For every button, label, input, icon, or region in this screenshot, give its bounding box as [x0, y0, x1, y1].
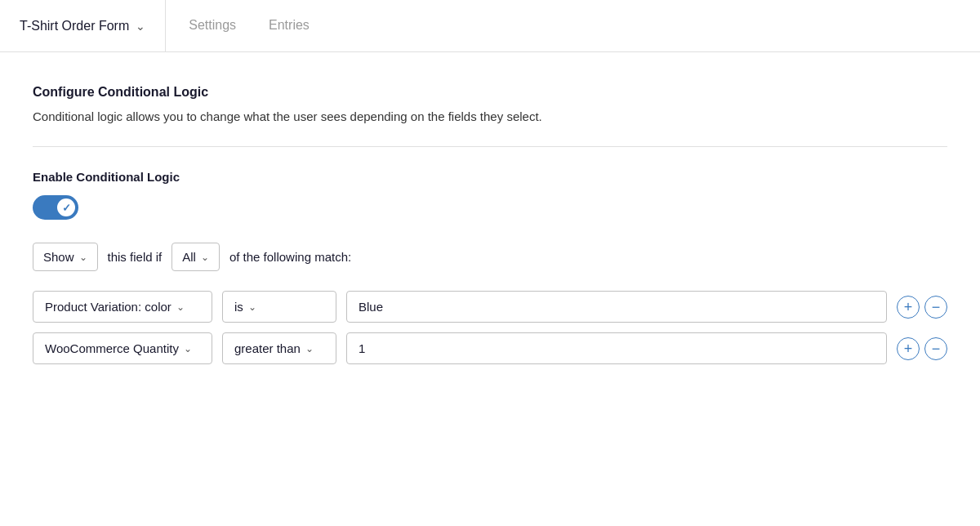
of-the-following-text: of the following match:	[229, 250, 351, 264]
header: T-Shirt Order Form ⌄ Settings Entries	[0, 0, 980, 52]
add-condition-2-button[interactable]: +	[897, 337, 920, 360]
action-selector[interactable]: Show ⌄	[33, 243, 98, 271]
tab-settings[interactable]: Settings	[185, 0, 239, 51]
condition-value-1: Blue	[346, 291, 887, 323]
add-condition-1-button[interactable]: +	[897, 296, 920, 319]
divider-1	[33, 146, 947, 147]
enable-label: Enable Conditional Logic	[33, 170, 947, 184]
condition-value-1-text: Blue	[359, 300, 383, 314]
configure-desc: Conditional logic allows you to change w…	[33, 109, 947, 123]
action-selector-label: Show	[43, 250, 74, 264]
condition-operator-2-chevron-icon: ⌄	[305, 343, 314, 354]
condition-operator-2-label: greater than	[234, 341, 301, 355]
condition-field-1-label: Product Variation: color	[45, 300, 172, 314]
condition-value-2-text: 1	[359, 341, 365, 355]
condition-actions-1: + −	[897, 296, 947, 319]
condition-operator-1-label: is	[234, 300, 243, 314]
chevron-down-icon: ⌄	[136, 20, 145, 33]
show-row: Show ⌄ this field if All ⌄ of the follow…	[33, 243, 947, 271]
enable-toggle[interactable]: ✓	[33, 195, 78, 220]
condition-row-2: WooCommerce Quantity ⌄ greater than ⌄ 1 …	[33, 332, 947, 364]
condition-field-1[interactable]: Product Variation: color ⌄	[33, 291, 212, 323]
conditions-list: Product Variation: color ⌄ is ⌄ Blue + −…	[33, 291, 947, 364]
main-content: Configure Conditional Logic Conditional …	[0, 52, 980, 397]
action-chevron-icon: ⌄	[79, 252, 87, 263]
condition-operator-1-chevron-icon: ⌄	[248, 301, 256, 313]
remove-condition-1-button[interactable]: −	[924, 296, 947, 319]
configure-title: Configure Conditional Logic	[33, 85, 947, 100]
toggle-knob: ✓	[57, 198, 75, 216]
condition-field-2-chevron-icon: ⌄	[184, 343, 192, 354]
condition-field-1-chevron-icon: ⌄	[176, 301, 185, 313]
match-selector-label: All	[182, 250, 196, 264]
remove-condition-2-button[interactable]: −	[924, 337, 947, 360]
condition-field-2-label: WooCommerce Quantity	[45, 341, 179, 355]
this-field-if-text: this field if	[108, 250, 163, 264]
match-selector[interactable]: All ⌄	[172, 243, 220, 271]
condition-operator-1[interactable]: is ⌄	[222, 291, 336, 323]
condition-value-2: 1	[346, 332, 887, 364]
condition-operator-2[interactable]: greater than ⌄	[222, 332, 336, 364]
condition-actions-2: + −	[897, 337, 947, 360]
toggle-container: ✓	[33, 195, 947, 220]
form-selector[interactable]: T-Shirt Order Form ⌄	[0, 0, 166, 51]
configure-section: Configure Conditional Logic Conditional …	[33, 85, 947, 123]
form-selector-label: T-Shirt Order Form	[20, 19, 129, 33]
match-chevron-icon: ⌄	[201, 252, 209, 263]
condition-field-2[interactable]: WooCommerce Quantity ⌄	[33, 332, 212, 364]
toggle-check-icon: ✓	[62, 202, 71, 214]
enable-section: Enable Conditional Logic ✓	[33, 170, 947, 220]
condition-row-1: Product Variation: color ⌄ is ⌄ Blue + −	[33, 291, 947, 323]
tab-entries[interactable]: Entries	[265, 0, 313, 51]
nav-tabs: Settings Entries	[166, 0, 332, 51]
